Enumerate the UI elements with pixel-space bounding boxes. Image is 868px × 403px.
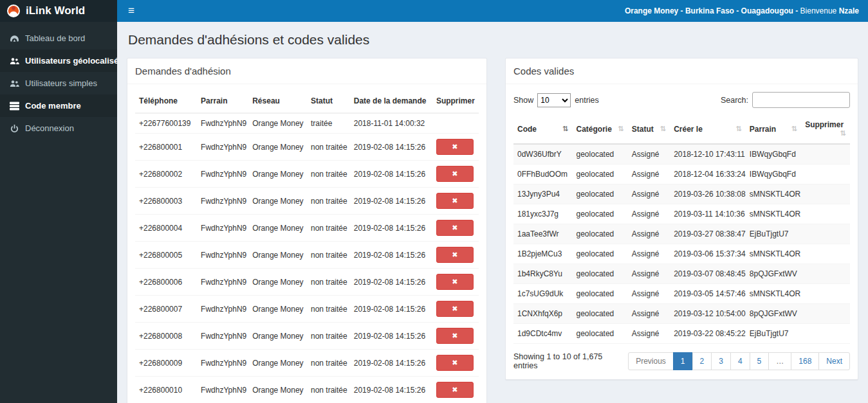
cell: IBWqyGbqFd xyxy=(746,165,801,184)
sortable-column-header-code[interactable]: Code⇅ xyxy=(513,114,573,144)
codes-table-body: 0dW36UfbrYgeolocatedAssigné2018-12-10 17… xyxy=(513,144,850,344)
cell: 181yxc3J7g xyxy=(513,204,573,224)
cell: Orange Money xyxy=(248,113,307,134)
column-header-reseau: Réseau xyxy=(248,89,307,113)
pagination-page-3[interactable]: 3 xyxy=(711,352,731,370)
codes-table: Code⇅Catégorie⇅Statut⇅Créer le⇅Parrain⇅S… xyxy=(513,114,850,344)
table-row: +226800007FwdhzYphN9Orange Moneynon trai… xyxy=(135,296,479,323)
sidebar-item-utilisateurs-geolocalises[interactable]: Utilisateurs géolocalisés xyxy=(0,49,117,72)
cell-supprimer: ✖ xyxy=(432,323,479,350)
sidebar-item-label: Tableau de bord xyxy=(25,33,85,43)
delete-button[interactable]: ✖ xyxy=(436,355,474,371)
cell: Orange Money xyxy=(248,134,307,161)
cell-supprimer: ✖ xyxy=(432,215,479,242)
cell: Orange Money xyxy=(248,323,307,350)
sidebar-item-tableau-de-bord[interactable]: Tableau de bord xyxy=(0,27,117,49)
users-icon xyxy=(9,56,19,66)
search-input[interactable] xyxy=(752,92,850,108)
cell: FwdhzYphN9 xyxy=(197,215,248,242)
brand-title: iLink World xyxy=(26,4,85,17)
cell-supprimer: ✖ xyxy=(432,161,479,188)
cell: Assigné xyxy=(628,264,670,284)
pagination-next[interactable]: Next xyxy=(818,352,850,370)
cell-supprimer: ✖ xyxy=(432,269,479,296)
cell: 2019-03-26 10:38:08 xyxy=(670,184,746,204)
cell: EjBuTjgtU7 xyxy=(746,224,801,244)
table-row: +226800001FwdhzYphN9Orange Moneynon trai… xyxy=(135,134,479,161)
cell: geolocated xyxy=(573,264,628,284)
cell: geolocated xyxy=(573,165,628,184)
pagination-page-168[interactable]: 168 xyxy=(791,352,819,370)
cell: EjBuTjgtU7 xyxy=(746,324,801,344)
table-row: +226800003FwdhzYphN9Orange Moneynon trai… xyxy=(135,188,479,215)
sidebar-item-deconnexion[interactable]: Déconnexion xyxy=(0,117,117,139)
pagination-page-2[interactable]: 2 xyxy=(692,352,712,370)
cell: 1CNXhfqX6p xyxy=(513,304,573,324)
cell: 2019-02-08 14:15:26 xyxy=(350,161,432,188)
pagination-page-5[interactable]: 5 xyxy=(750,352,770,370)
table-row: 1b4RkyC8YugeolocatedAssigné2019-03-07 08… xyxy=(513,264,850,284)
pagination-page-1[interactable]: 1 xyxy=(673,352,693,370)
x-icon: ✖ xyxy=(452,143,457,150)
delete-button[interactable]: ✖ xyxy=(436,166,474,182)
delete-button[interactable]: ✖ xyxy=(436,193,474,209)
pagination-previous[interactable]: Previous xyxy=(628,352,674,370)
cell: Orange Money xyxy=(248,215,307,242)
delete-button[interactable]: ✖ xyxy=(436,247,474,263)
delete-button[interactable]: ✖ xyxy=(436,274,474,290)
cell: FwdhzYphN9 xyxy=(197,242,248,269)
cell: 13Jyny3Pu4 xyxy=(513,184,573,204)
sidebar-item-utilisateurs-simples[interactable]: Utilisateurs simples xyxy=(0,72,117,94)
sortable-column-header-creer-le[interactable]: Créer le⇅ xyxy=(670,114,746,144)
table-row: 181yxc3J7ggeolocatedAssigné2019-03-11 14… xyxy=(513,204,850,224)
cell: non traitée xyxy=(307,188,350,215)
sidebar-item-label: Utilisateurs simples xyxy=(25,78,97,88)
cell-supprimer: ✖ xyxy=(432,188,479,215)
table-row: +226800005FwdhzYphN9Orange Moneynon trai… xyxy=(135,242,479,269)
delete-button[interactable]: ✖ xyxy=(436,220,474,236)
cell: 2019-03-11 14:10:36 xyxy=(670,204,746,224)
cell: Orange Money xyxy=(248,296,307,323)
cell: 1B2pjeMCu3 xyxy=(513,244,573,264)
x-icon: ✖ xyxy=(452,359,457,366)
cell: +226800008 xyxy=(135,323,197,350)
cell: 2019-02-08 14:15:26 xyxy=(350,269,432,296)
page-length-select[interactable]: 10 xyxy=(537,93,571,107)
cell: sMNSKTL4OR xyxy=(746,204,801,224)
search-control: Search: xyxy=(721,92,850,108)
cell: FwdhzYphN9 xyxy=(197,296,248,323)
menu-icon[interactable]: ≡ xyxy=(117,0,145,22)
users-icon xyxy=(9,78,19,88)
cell: Assigné xyxy=(628,304,670,324)
delete-button[interactable]: ✖ xyxy=(436,139,474,155)
pagination-page-4[interactable]: 4 xyxy=(730,352,750,370)
delete-button[interactable]: ✖ xyxy=(436,301,474,317)
brand[interactable]: iLink World xyxy=(0,0,117,22)
x-icon: ✖ xyxy=(452,386,457,393)
cell: 2019-02-08 14:15:26 xyxy=(350,188,432,215)
sortable-column-header-supprimer[interactable]: Supprimer⇅ xyxy=(801,114,850,144)
sortable-column-header-parrain[interactable]: Parrain⇅ xyxy=(746,114,801,144)
navbar: ≡ Orange Money - Burkina Faso - Ouagadou… xyxy=(117,0,868,22)
entries-label: entries xyxy=(575,96,599,105)
delete-button[interactable]: ✖ xyxy=(436,328,474,344)
sortable-column-header-categorie[interactable]: Catégorie⇅ xyxy=(573,114,628,144)
cell: Assigné xyxy=(628,224,670,244)
delete-button[interactable]: ✖ xyxy=(436,382,474,398)
sortable-column-header-statut[interactable]: Statut⇅ xyxy=(628,114,670,144)
adhesion-table: TéléphoneParrainRéseauStatutDate de la d… xyxy=(135,89,479,403)
cell: sMNSKTL4OR xyxy=(746,244,801,264)
table-row: 1d9CDtc4mvgeolocatedAssigné2019-03-22 08… xyxy=(513,324,850,344)
cell: 2018-12-10 17:43:11 xyxy=(670,144,746,165)
cell: +226800009 xyxy=(135,350,197,377)
power-icon xyxy=(9,123,19,133)
user-welcome: Orange Money - Burkina Faso - Ouagadougo… xyxy=(625,6,868,15)
sidebar-item-code-membre[interactable]: Code membre xyxy=(0,94,117,117)
cell: FwdhzYphN9 xyxy=(197,269,248,296)
cell: 2019-03-05 14:57:46 xyxy=(670,284,746,304)
cell: 2019-02-08 14:15:26 xyxy=(350,296,432,323)
x-icon: ✖ xyxy=(452,305,457,312)
sort-icon: ⇅ xyxy=(562,125,568,133)
cell: non traitée xyxy=(307,242,350,269)
cell: FwdhzYphN9 xyxy=(197,113,248,134)
